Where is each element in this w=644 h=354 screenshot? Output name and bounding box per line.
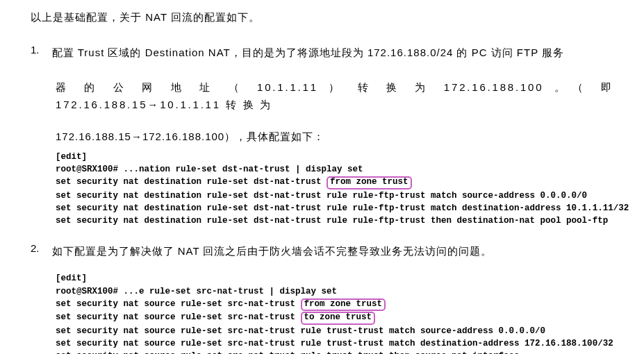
intro-text: 以上是基础配置，关于 NAT 回流的配置如下。 bbox=[31, 11, 613, 24]
code2-line5: set security nat source rule-set src-nat… bbox=[56, 325, 613, 337]
code2-line4: set security nat source rule-set src-nat… bbox=[56, 311, 613, 325]
code1-line1: [edit] bbox=[56, 151, 613, 163]
code2-line1: [edit] bbox=[56, 272, 613, 285]
code-block-2: [edit] root@SRX100# ...e rule-set src-na… bbox=[56, 272, 613, 354]
code1-l3-prefix: set security nat destination rule-set ds… bbox=[56, 177, 327, 187]
item-2-header: 2. 如下配置是为了解决做了 NAT 回流之后由于防火墙会话不完整导致业务无法访… bbox=[31, 242, 613, 260]
code2-line3: set security nat source rule-set src-nat… bbox=[56, 298, 613, 312]
highlight-to-zone-trust: to zone trust bbox=[301, 312, 376, 325]
item-1-line2: 器 的 公 网 地 址 （ 10.1.1.11 ） 转 换 为 172.16.1… bbox=[56, 78, 613, 114]
item-2-number: 2. bbox=[31, 242, 40, 254]
code2-line2: root@SRX100# ...e rule-set src-nat-trust… bbox=[56, 285, 613, 298]
code2-line7: set security nat source rule-set src-nat… bbox=[56, 350, 613, 354]
code-block-1: [edit] root@SRX100# ...nation rule-set d… bbox=[56, 151, 613, 227]
code1-line5: set security nat destination rule-set ds… bbox=[56, 202, 613, 214]
code1-line6: set security nat destination rule-set ds… bbox=[56, 214, 613, 227]
highlight-from-zone-trust: from zone trust bbox=[327, 176, 412, 189]
item-1-header: 1. 配置 Trust 区域的 Destination NAT，目的是为了将源地… bbox=[31, 44, 613, 62]
code2-line6: set security nat source rule-set src-nat… bbox=[56, 337, 613, 350]
item-2: 2. 如下配置是为了解决做了 NAT 回流之后由于防火墙会话不完整导致业务无法访… bbox=[31, 242, 613, 260]
code2-l3-prefix: set security nat source rule-set src-nat… bbox=[56, 299, 301, 309]
item-1-line1: 配置 Trust 区域的 Destination NAT，目的是为了将源地址段为… bbox=[52, 44, 565, 62]
code1-line3: set security nat destination rule-set ds… bbox=[56, 176, 613, 189]
item-2-line1: 如下配置是为了解决做了 NAT 回流之后由于防火墙会话不完整导致业务无法访问的问… bbox=[52, 242, 493, 260]
code1-line2: root@SRX100# ...nation rule-set dst-nat-… bbox=[56, 163, 613, 176]
item-1: 1. 配置 Trust 区域的 Destination NAT，目的是为了将源地… bbox=[31, 44, 613, 144]
highlight-from-zone-trust-2: from zone trust bbox=[301, 298, 386, 312]
code1-line4: set security nat destination rule-set ds… bbox=[56, 189, 613, 202]
item-1-line3: 172.16.188.15→172.16.188.100），具体配置如下： bbox=[56, 130, 613, 144]
item-1-number: 1. bbox=[31, 44, 40, 56]
code2-l4-prefix: set security nat source rule-set src-nat… bbox=[56, 312, 301, 322]
